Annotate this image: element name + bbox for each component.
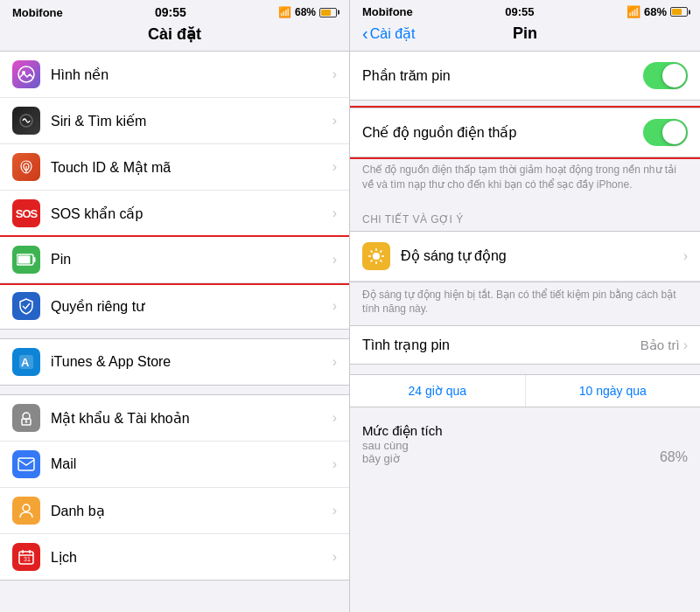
svg-line-26 (380, 250, 382, 252)
password-icon (12, 404, 40, 432)
back-arrow-icon: ‹ (362, 24, 368, 44)
svg-point-19 (373, 253, 380, 260)
chi-tiet-header: CHI TIẾT VÀ GỢI Ý (350, 201, 700, 231)
chevron-icon: › (332, 410, 337, 426)
sos-icon: SOS (12, 199, 40, 227)
left-panel: Mobifone 09:55 📶 68% Cài đặt Hình nền › (0, 0, 350, 612)
sidebar-item-privacy[interactable]: Quyền riêng tư › (0, 283, 349, 329)
phan-tram-label: Phần trăm pin (362, 67, 643, 84)
touchid-label: Touch ID & Mật mã (51, 159, 332, 176)
calendar-icon: 31 (12, 543, 40, 571)
muc-dien-tich-container: Mức điện tích sau cùng bây giờ 68% (350, 413, 700, 465)
che-do-desc: Chế độ nguồn điện thấp tạm thời giảm hoạ… (350, 157, 700, 201)
privacy-label: Quyền riêng tư (51, 298, 332, 315)
muc-dien-tich-title-group: Mức điện tích sau cùng bây giờ (362, 423, 443, 465)
bao-tri-value: Bảo trì (640, 337, 680, 353)
chevron-icon: › (332, 159, 337, 175)
tabs-row: 24 giờ qua 10 ngày qua (350, 374, 700, 407)
tab-10d[interactable]: 10 ngày qua (526, 375, 701, 407)
right-carrier: Mobifone (362, 5, 413, 18)
muc-dien-tich-row: Mức điện tích sau cùng bây giờ 68% (362, 423, 688, 465)
do-sang-desc: Độ sáng tự động hiện bị tắt. Bạn có thể … (350, 282, 700, 326)
right-panel: Mobifone 09:55 📶 68% ‹ Cài đặt Pin Phần … (350, 0, 700, 612)
phan-tram-row: Phần trăm pin (350, 52, 700, 100)
chevron-icon: › (332, 66, 337, 82)
sidebar-item-itunes[interactable]: A iTunes & App Store › (0, 339, 349, 385)
right-time: 09:55 (505, 5, 534, 18)
spacer-1 (350, 101, 700, 108)
right-battery-pct: 68% (644, 5, 667, 18)
sidebar-item-wallpaper[interactable]: Hình nền › (0, 52, 349, 98)
sidebar-item-sos[interactable]: SOS SOS khẩn cấp › (0, 191, 349, 237)
svg-line-27 (371, 260, 373, 261)
chevron-icon: › (683, 248, 688, 264)
left-page-title: Cài đặt (0, 23, 349, 51)
tinh-trang-label: Tình trạng pin (362, 337, 640, 353)
right-wifi-icon: 📶 (626, 5, 640, 18)
wifi-icon: 📶 (278, 6, 291, 18)
svg-point-11 (25, 421, 27, 422)
battery-label: Pin (51, 252, 332, 268)
back-label: Cài đặt (370, 25, 416, 42)
chevron-icon: › (332, 252, 337, 268)
sidebar-item-mail[interactable]: Mail › (0, 442, 349, 488)
chevron-icon: › (332, 298, 337, 314)
battery-icon (319, 8, 337, 17)
phan-tram-toggle[interactable] (643, 62, 688, 89)
chevron-icon: › (332, 205, 337, 221)
tinh-trang-right: Bảo trì › (640, 337, 688, 353)
spacer-2 (350, 365, 700, 373)
mail-icon (12, 450, 40, 478)
right-status-right: 📶 68% (626, 5, 688, 18)
tab-24h[interactable]: 24 giờ qua (350, 375, 526, 407)
battery-menu-icon (12, 246, 40, 274)
settings-group-2: A iTunes & App Store › (0, 338, 349, 386)
svg-point-0 (18, 66, 34, 82)
privacy-icon (12, 292, 40, 320)
sidebar-item-calendar[interactable]: 31 Lịch › (0, 534, 349, 580)
chevron-icon: › (683, 337, 688, 353)
back-button[interactable]: ‹ Cài đặt (362, 24, 415, 44)
siri-label: Siri & Tìm kiếm (51, 113, 332, 129)
right-page-title: Pin (513, 24, 537, 43)
sos-label: SOS khẩn cấp (51, 205, 332, 222)
che-do-section: Chế độ nguồn điện thấp (350, 108, 700, 157)
chevron-icon: › (332, 113, 337, 129)
settings-list: Hình nền › Siri & Tìm kiếm › (0, 51, 349, 612)
right-content: Phần trăm pin Chế độ nguồn điện thấp Chế… (350, 51, 700, 612)
svg-point-13 (23, 504, 30, 511)
sidebar-item-contacts[interactable]: Danh bạ › (0, 488, 349, 534)
left-status-right: 📶 68% (278, 6, 337, 18)
svg-line-24 (371, 250, 373, 252)
settings-group-3: Mật khẩu & Tài khoản › Mail › (0, 394, 349, 581)
sidebar-item-siri[interactable]: Siri & Tìm kiếm › (0, 98, 349, 144)
left-carrier: Mobifone (12, 6, 63, 19)
do-sang-section: Độ sáng tự động › (350, 231, 700, 282)
svg-text:31: 31 (24, 556, 31, 562)
do-sang-icon (362, 242, 390, 270)
left-battery-pct: 68% (295, 6, 316, 18)
sidebar-item-password[interactable]: Mật khẩu & Tài khoản › (0, 395, 349, 442)
tinh-trang-row[interactable]: Tình trạng pin Bảo trì › (350, 325, 700, 365)
settings-group-1: Hình nền › Siri & Tìm kiếm › (0, 51, 349, 330)
calendar-label: Lịch (51, 549, 332, 566)
che-do-label: Chế độ nguồn điện thấp (362, 124, 643, 141)
sidebar-item-touchid[interactable]: Touch ID & Mật mã › (0, 144, 349, 191)
wallpaper-label: Hình nền (51, 66, 332, 83)
chevron-icon: › (332, 354, 337, 370)
svg-line-25 (380, 260, 382, 261)
che-do-toggle[interactable] (643, 119, 688, 146)
do-sang-label: Độ sáng tự động (401, 247, 683, 264)
che-do-row: Chế độ nguồn điện thấp (350, 108, 700, 156)
svg-rect-12 (18, 458, 34, 470)
contacts-label: Danh bạ (51, 503, 332, 519)
sidebar-item-battery[interactable]: Pin › (0, 237, 349, 283)
do-sang-row[interactable]: Độ sáng tự động › (350, 232, 700, 282)
chevron-icon: › (332, 549, 337, 565)
contacts-icon (12, 497, 40, 525)
svg-rect-6 (18, 256, 31, 264)
touchid-icon (12, 153, 40, 181)
sau-cung-label: sau cùng (362, 439, 443, 452)
wallpaper-icon (12, 60, 40, 88)
chevron-icon: › (332, 456, 337, 472)
